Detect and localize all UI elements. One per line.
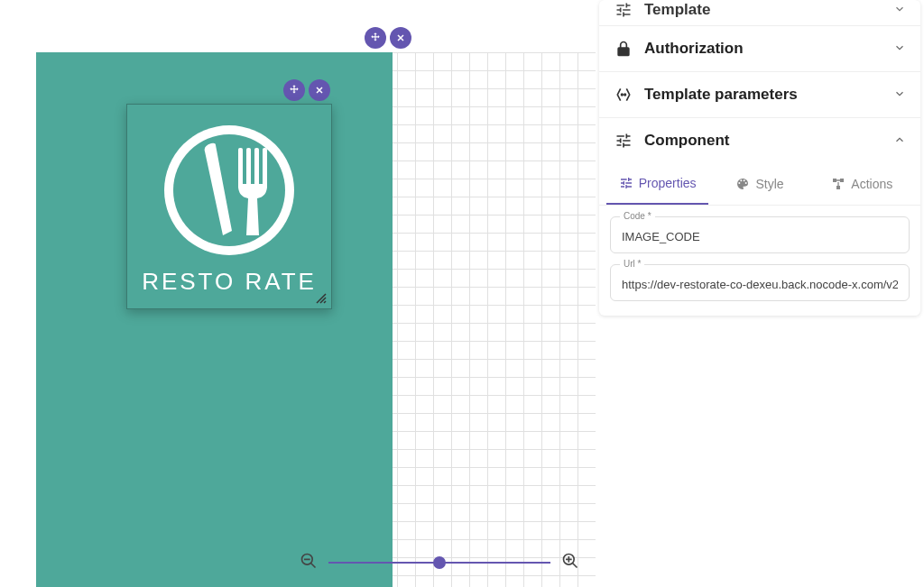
svg-rect-3 bbox=[246, 148, 251, 188]
tab-properties[interactable]: Properties bbox=[606, 163, 708, 205]
logo-text: RESTO RATE bbox=[127, 268, 331, 296]
resize-handle-icon[interactable] bbox=[315, 292, 328, 305]
zoom-out-icon[interactable] bbox=[300, 552, 318, 573]
component-tabs: Properties Style Actions bbox=[599, 163, 920, 206]
tune-icon bbox=[614, 131, 633, 151]
svg-rect-2 bbox=[238, 148, 243, 188]
url-field[interactable]: Url * https://dev-restorate-co-dexeu.bac… bbox=[610, 264, 910, 301]
field-label: Url * bbox=[620, 259, 644, 269]
svg-rect-10 bbox=[833, 179, 836, 182]
section-title: Authorization bbox=[644, 40, 893, 58]
panel-section-component[interactable]: Component bbox=[599, 117, 920, 163]
close-icon[interactable] bbox=[309, 79, 330, 101]
tab-label: Actions bbox=[851, 177, 892, 191]
svg-point-9 bbox=[624, 94, 626, 96]
image-component[interactable]: RESTO RATE bbox=[126, 104, 332, 309]
properties-panel: Template Authorization Template paramete… bbox=[596, 0, 924, 587]
zoom-slider[interactable] bbox=[328, 562, 550, 564]
zoom-in-icon[interactable] bbox=[561, 552, 579, 573]
svg-point-8 bbox=[622, 94, 624, 96]
zoom-controls bbox=[300, 552, 579, 573]
section-title: Component bbox=[644, 132, 893, 150]
image-toolbar bbox=[283, 79, 330, 101]
panel-section-template[interactable]: Template bbox=[599, 0, 920, 25]
code-field[interactable]: Code * IMAGE_CODE bbox=[610, 216, 910, 253]
properties-form: Code * IMAGE_CODE Url * https://dev-rest… bbox=[599, 206, 920, 316]
section-title: Template bbox=[644, 1, 893, 19]
workflow-icon bbox=[831, 177, 845, 191]
move-icon[interactable] bbox=[365, 27, 386, 49]
chevron-down-icon bbox=[893, 41, 906, 57]
tune-icon bbox=[614, 0, 633, 20]
tune-icon bbox=[619, 176, 633, 190]
chevron-up-icon bbox=[893, 133, 906, 149]
panel-section-template-parameters[interactable]: Template parameters bbox=[599, 71, 920, 117]
tab-style[interactable]: Style bbox=[708, 163, 810, 205]
move-icon[interactable] bbox=[283, 79, 305, 101]
canvas-area: RESTO RATE bbox=[0, 0, 596, 587]
tab-actions[interactable]: Actions bbox=[811, 163, 913, 205]
lock-icon bbox=[614, 39, 633, 59]
svg-rect-12 bbox=[836, 186, 840, 189]
field-value[interactable]: IMAGE_CODE bbox=[622, 230, 898, 243]
field-value[interactable]: https://dev-restorate-co-dexeu.back.noco… bbox=[622, 278, 898, 291]
palette-icon bbox=[735, 177, 750, 191]
close-icon[interactable] bbox=[390, 27, 411, 49]
field-label: Code * bbox=[620, 211, 655, 221]
tab-label: Properties bbox=[639, 176, 697, 190]
zoom-slider-thumb[interactable] bbox=[433, 556, 446, 569]
chevron-down-icon bbox=[893, 87, 906, 103]
section-title: Template parameters bbox=[644, 86, 893, 104]
svg-rect-5 bbox=[263, 148, 267, 188]
panel-section-authorization[interactable]: Authorization bbox=[599, 25, 920, 71]
svg-rect-11 bbox=[840, 179, 844, 182]
tab-label: Style bbox=[755, 177, 783, 191]
chevron-down-icon bbox=[893, 3, 906, 18]
page-toolbar bbox=[365, 27, 411, 49]
svg-rect-4 bbox=[254, 148, 259, 188]
panel-accordion: Template Authorization Template paramete… bbox=[599, 0, 920, 316]
braces-icon bbox=[614, 85, 633, 105]
restorate-logo-icon bbox=[152, 114, 306, 267]
